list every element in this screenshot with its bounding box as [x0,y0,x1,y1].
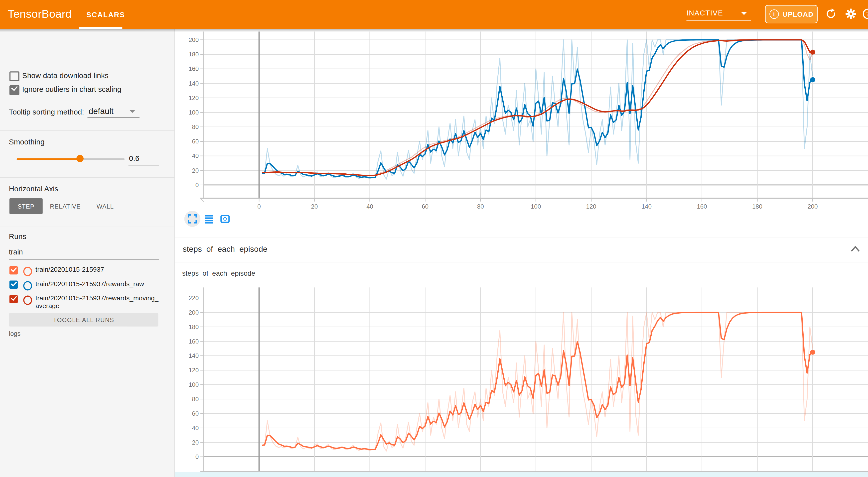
y-axis-tick-label: 80 [192,396,199,403]
tensorboard-app: TensorBoard SCALARS INACTIVE i UPLOAD [0,0,868,477]
status-dropdown-underline [686,21,751,21]
gear-icon[interactable] [845,8,856,19]
check-icon [10,265,17,272]
run-row[interactable]: train/20201015-215937/rewards_moving_ave… [9,294,164,313]
x-axis-tick-label: 120 [586,203,596,210]
smoothing-label: Smoothing [9,138,44,146]
fullscreen-icon[interactable] [188,214,197,224]
divider [0,130,175,130]
x-axis-tick-label: 100 [531,203,541,210]
tooltip-sorting-dropdown[interactable]: default [89,106,114,116]
chevron-up-icon[interactable] [850,245,860,253]
series-line-smoothed [262,312,813,450]
axis-option-step[interactable]: STEP [9,198,43,214]
y-axis-tick-label: 40 [192,152,199,159]
x-axis-tick-label: 160 [697,203,707,210]
run-color-circle [23,295,32,305]
refresh-icon[interactable] [825,8,836,19]
chevron-down-icon[interactable] [129,110,135,113]
status-dropdown[interactable]: INACTIVE [686,8,751,21]
run-color-circle [23,281,32,291]
y-axis-tick-label: 140 [189,352,199,359]
smoothing-slider-thumb[interactable] [76,155,84,162]
run-checkbox[interactable] [9,266,18,275]
y-axis-tick-label: 200 [189,36,199,43]
check-icon [10,280,17,286]
y-axis-tick-label: 120 [189,95,199,101]
check-icon [11,84,18,91]
y-axis-tick-label: 200 [189,309,199,316]
series-line-raw [262,312,813,451]
y-axis-tick-label: 60 [192,410,199,417]
axis-option-relative[interactable]: RELATIVE [50,198,81,214]
settings-sidebar: Show data download links Ignore outliers… [0,29,175,477]
x-axis-tick-label: 80 [477,203,484,210]
smoothing-value-underline [128,165,159,165]
run-label: train/20201015-215937 [35,266,159,274]
tag-section-title: steps_of_each_episode [183,245,268,253]
run-checkbox[interactable] [9,295,18,303]
header-shadow [0,29,868,32]
smoothing-slider[interactable] [17,158,125,160]
horizontal-lines-icon[interactable] [204,214,214,224]
x-axis-tick-label: 20 [311,203,318,210]
y-axis-tick-label: 180 [189,324,199,330]
app-logo: TensorBoard [8,8,72,21]
chart-card-title: steps_of_each_episode [182,269,255,277]
smoothing-value[interactable]: 0.6 [129,154,140,163]
runs-label: Runs [9,232,26,241]
axis-option-wall[interactable]: WALL [93,198,118,214]
toggle-all-runs-button[interactable]: TOGGLE ALL RUNS [9,313,158,326]
x-axis-tick-label: 60 [422,203,429,210]
series-line-smoothed [262,40,813,176]
upload-button-label: UPLOAD [783,10,814,18]
ignore-outliers-checkbox[interactable] [9,85,20,95]
active-tab-indicator [79,27,122,29]
upload-button[interactable]: i UPLOAD [765,5,817,23]
y-axis-tick-label: 60 [192,138,199,145]
chart-canvas[interactable]: 020406080100120140160180200220 [175,282,868,477]
y-axis-tick-label: 20 [192,439,199,446]
run-row[interactable]: train/20201015-215937/rewards_raw [9,280,164,292]
show-download-links-checkbox[interactable] [9,71,20,81]
run-color-circle [23,267,32,276]
x-axis-tick-label: 200 [808,203,818,210]
y-axis-tick-label: 140 [189,80,199,87]
show-download-links-label: Show data download links [22,71,108,80]
series-line-raw [262,40,813,179]
help-icon[interactable]: ? [863,8,868,19]
tab-scalars[interactable]: SCALARS [86,10,125,19]
y-axis-tick-label: 120 [189,367,199,374]
horizontal-axis-label: Horizontal Axis [9,185,58,193]
y-axis-tick-label: 220 [189,295,199,301]
check-icon [10,294,17,300]
app-header: TensorBoard SCALARS INACTIVE i UPLOAD [0,0,868,29]
fit-domain-icon[interactable] [220,214,230,224]
y-axis-tick-label: 100 [189,381,199,388]
x-axis-tick-label: 0 [257,203,261,210]
divider [0,226,175,226]
svg-text:?: ? [866,10,868,17]
runs-filter-underline [9,259,159,259]
series-line-smoothed [262,40,813,178]
run-row[interactable]: train/20201015-215937 [9,266,164,278]
run-label: train/20201015-215937/rewards_moving_ave… [35,295,159,310]
logs-label: logs [9,330,21,337]
y-axis-tick-label: 80 [192,124,199,130]
divider [0,177,175,178]
tooltip-sorting-underline [87,117,140,118]
info-icon: i [769,9,779,19]
y-axis-tick-label: 40 [192,424,199,431]
y-axis-tick-label: 160 [189,65,199,72]
chart-toolbar [175,210,340,228]
series-end-dot [810,50,815,55]
ignore-outliers-label: Ignore outliers in chart scaling [22,85,122,94]
chart-canvas[interactable]: 0204060801001201401601802000204060801001… [175,29,868,211]
runs-filter-input[interactable] [9,248,159,256]
tooltip-sorting-label: Tooltip sorting method: [9,108,84,116]
tag-section-header[interactable]: steps_of_each_episode [175,237,868,262]
y-axis-tick-label: 0 [195,453,199,460]
run-checkbox[interactable] [9,281,18,289]
x-axis-tick-label: 140 [641,203,652,210]
chevron-down-icon [741,12,747,15]
